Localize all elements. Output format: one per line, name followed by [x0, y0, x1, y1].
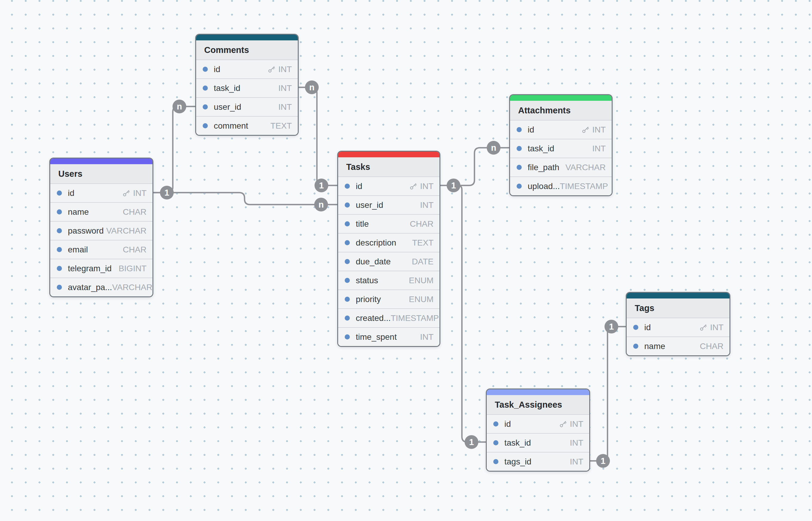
field-row-password[interactable]: passwordVARCHAR	[50, 221, 153, 240]
table-title-row[interactable]: Attachments	[510, 101, 612, 120]
field-type-group: INT	[122, 188, 146, 198]
field-row-task_id[interactable]: task_idINT	[196, 78, 298, 97]
table-card-comments[interactable]: CommentsidINTtask_idINTuser_idINTcomment…	[195, 34, 299, 136]
field-type: VARCHAR	[565, 163, 606, 172]
relationship-edge-tasks-id-to-task-assignees-task-id[interactable]	[454, 185, 486, 442]
cardinality-marker[interactable]: 1	[160, 186, 174, 200]
cardinality-marker[interactable]: n	[172, 99, 186, 113]
field-dot-icon	[633, 325, 638, 330]
cardinality-marker[interactable]: n	[305, 81, 319, 94]
field-dot-icon	[493, 459, 498, 464]
field-type: CHAR	[700, 342, 723, 351]
field-type-group: VARCHAR	[565, 163, 606, 172]
field-row-user_id[interactable]: user_idINT	[338, 195, 440, 214]
cardinality-marker[interactable]: 1	[465, 435, 478, 449]
primary-key-icon	[122, 189, 130, 197]
field-dot-icon	[345, 316, 350, 321]
field-row-time_spent[interactable]: time_spentINT	[338, 327, 440, 346]
field-name: id	[68, 188, 74, 198]
relationship-edge-users-id-to-comments-user-id[interactable]	[152, 107, 195, 192]
field-row-email[interactable]: emailCHAR	[50, 240, 153, 259]
field-row-tags_id[interactable]: tags_idINT	[487, 452, 589, 471]
field-type-group: INT	[268, 65, 292, 74]
diagram-canvas[interactable]: 1nnn11n111 CommentsidINTtask_idINTuser_i…	[0, 0, 812, 521]
relationship-edge-users-id-to-tasks-user-id[interactable]	[152, 192, 337, 205]
relationship-edge-tasks-id-to-attachments-task-id[interactable]	[439, 148, 509, 185]
field-row-id[interactable]: idINT	[338, 177, 440, 195]
field-dot-icon	[493, 422, 498, 427]
field-name: upload...	[528, 182, 560, 191]
field-row-status[interactable]: statusENUM	[338, 271, 440, 290]
cardinality-label: 1	[319, 181, 324, 190]
table-card-attachments[interactable]: AttachmentsidINTtask_idINTfile_pathVARCH…	[509, 94, 612, 196]
cardinality-marker[interactable]: n	[314, 198, 328, 211]
field-type: CHAR	[410, 219, 434, 229]
field-row-due_date[interactable]: due_dateDATE	[338, 252, 440, 271]
cardinality-marker[interactable]: n	[487, 141, 501, 155]
cardinality-marker[interactable]: 1	[604, 320, 618, 334]
field-type: TIMESTAMP	[391, 313, 439, 323]
field-row-priority[interactable]: priorityENUM	[338, 290, 440, 308]
field-row-task_id[interactable]: task_idINT	[510, 139, 612, 158]
field-type: ENUM	[409, 295, 434, 304]
field-row-avatar_pa[interactable]: avatar_pa...VARCHAR	[50, 277, 153, 296]
cardinality-marker[interactable]: 1	[447, 179, 460, 192]
table-title-row[interactable]: Comments	[196, 40, 298, 60]
field-type-group: DATE	[412, 257, 434, 267]
cardinality-marker[interactable]: 1	[596, 454, 610, 468]
table-title-row[interactable]: Users	[50, 164, 153, 183]
field-name: status	[356, 276, 378, 285]
primary-key-icon	[409, 182, 417, 190]
table-card-tags[interactable]: TagsidINTnameCHAR	[626, 292, 730, 356]
field-type: INT	[278, 102, 292, 112]
field-name: file_path	[528, 163, 559, 172]
table-title-row[interactable]: Tags	[627, 298, 729, 318]
field-name: id	[644, 323, 651, 332]
field-row-id[interactable]: idINT	[50, 183, 153, 202]
field-type-group: INT	[420, 200, 434, 210]
field-name: id	[504, 419, 511, 429]
field-row-id[interactable]: idINT	[196, 60, 298, 78]
field-row-name[interactable]: nameCHAR	[627, 337, 729, 355]
table-title-row[interactable]: Tasks	[338, 157, 440, 177]
field-type: INT	[420, 332, 434, 342]
table-header-color-bar	[487, 389, 589, 395]
field-dot-icon	[345, 184, 350, 189]
relationship-edge-tags-id-to-task-assignees-tags-id[interactable]	[588, 326, 626, 461]
field-row-comment[interactable]: commentTEXT	[196, 116, 298, 135]
field-type-group: TEXT	[412, 238, 434, 248]
relationship-edge-comments-task-id-to-tasks-id[interactable]	[297, 87, 337, 185]
field-type-group: VARCHAR	[112, 282, 153, 292]
table-card-users[interactable]: UsersidINTnameCHARpasswordVARCHARemailCH…	[49, 158, 154, 297]
field-name: avatar_pa...	[68, 282, 112, 292]
field-dot-icon	[57, 228, 62, 233]
field-row-id[interactable]: idINT	[487, 414, 589, 433]
cardinality-label: 1	[451, 181, 456, 190]
field-row-created[interactable]: created...TIMESTAMP	[338, 308, 440, 327]
field-row-description[interactable]: descriptionTEXT	[338, 233, 440, 252]
field-row-name[interactable]: nameCHAR	[50, 202, 153, 221]
field-type-group: CHAR	[410, 219, 434, 229]
field-name: due_date	[356, 257, 391, 267]
field-row-user_id[interactable]: user_idINT	[196, 97, 298, 116]
field-type: VARCHAR	[112, 282, 153, 292]
table-card-task_assignees[interactable]: Task_AssigneesidINTtask_idINTtags_idINT	[486, 388, 590, 472]
field-row-id[interactable]: idINT	[627, 318, 729, 337]
cardinality-label: n	[318, 200, 324, 209]
field-row-title[interactable]: titleCHAR	[338, 214, 440, 233]
field-row-task_id[interactable]: task_idINT	[487, 433, 589, 452]
table-title: Tags	[635, 303, 654, 313]
table-card-tasks[interactable]: TasksidINTuser_idINTtitleCHARdescription…	[337, 151, 440, 347]
cardinality-marker[interactable]: 1	[315, 179, 328, 192]
field-type-group: CHAR	[123, 207, 146, 217]
table-title-row[interactable]: Task_Assignees	[487, 395, 589, 414]
table-header-color-bar	[627, 293, 729, 298]
field-row-id[interactable]: idINT	[510, 120, 612, 139]
field-type: INT	[592, 144, 606, 154]
field-row-file_path[interactable]: file_pathVARCHAR	[510, 158, 612, 177]
field-row-upload[interactable]: upload...TIMESTAMP	[510, 177, 612, 195]
cardinality-label: 1	[164, 188, 169, 197]
field-type: DATE	[412, 257, 434, 267]
field-row-telegram_id[interactable]: telegram_idBIGINT	[50, 259, 153, 277]
field-dot-icon	[57, 266, 62, 271]
